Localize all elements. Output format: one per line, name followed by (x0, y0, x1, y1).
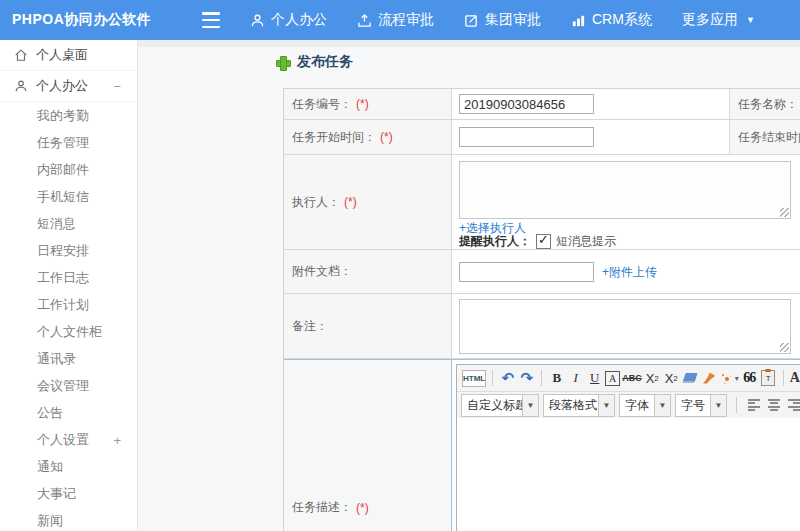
sidebar-item-新闻[interactable]: 新闻 (0, 507, 137, 531)
start-time-input[interactable] (459, 127, 594, 147)
sidebar-item-公告[interactable]: 公告 (0, 399, 137, 426)
bar-chart-icon (571, 13, 586, 28)
highlight-wand-icon[interactable]: ▾ (720, 368, 739, 388)
sms-remind-checkbox[interactable] (536, 234, 551, 249)
subscript-button[interactable]: X2 (663, 368, 680, 388)
menu-toggle-icon[interactable] (200, 12, 222, 28)
nav-item-personal-office[interactable]: 个人办公 (250, 11, 327, 29)
italic-button[interactable]: I (567, 368, 584, 388)
expand-icon[interactable]: + (113, 433, 121, 446)
sidebar-item-通讯录[interactable]: 通讯录 (0, 345, 137, 372)
editor-content-area[interactable] (457, 418, 800, 531)
superscript-button[interactable]: X2 (644, 368, 661, 388)
sidebar-item-大事记[interactable]: 大事记 (0, 480, 137, 507)
form-row-description: 任务描述： (*) HTML↶↷BIUAABCX2X2▾66TA▾ 自定义标题▼… (284, 359, 800, 531)
sidebar-item-label: 手机短信 (37, 188, 89, 206)
required-mark: (*) (380, 130, 393, 144)
required-mark: (*) (356, 97, 369, 111)
top-nav-menu: 个人办公 流程审批 集团审批 (250, 11, 755, 29)
format-brush-icon[interactable] (701, 368, 718, 388)
nav-label: 个人办公 (271, 11, 327, 29)
font-size-select[interactable]: 字号▼ (675, 394, 727, 417)
undo-button[interactable]: ↶ (499, 368, 516, 388)
sidebar-item-label: 工作日志 (37, 269, 89, 287)
executor-textarea[interactable] (459, 161, 791, 219)
highlight-wand-icon (720, 372, 732, 384)
sidebar-item-我的考勤[interactable]: 我的考勤 (0, 102, 137, 129)
eraser-icon[interactable] (682, 368, 699, 388)
sidebar-item-个人设置[interactable]: 个人设置+ (0, 426, 137, 453)
underline-button[interactable]: U (586, 368, 603, 388)
top-navigation-bar: PHPOA协同办公软件 个人办公 流程审批 (0, 0, 800, 40)
attachment-upload-link[interactable]: +附件上传 (602, 263, 657, 280)
paragraph-format-select[interactable]: 段落格式▼ (543, 394, 615, 417)
blockquote-button[interactable]: 66 (741, 368, 758, 388)
person-icon (250, 13, 265, 28)
caret-down-icon: ▾ (735, 374, 739, 383)
format-brush-icon (703, 373, 715, 384)
approval-stamp-icon (357, 13, 372, 28)
align-center-icon[interactable] (768, 399, 780, 412)
font-family-select[interactable]: 字体▼ (619, 394, 671, 417)
start-time-label: 任务开始时间： (*) (284, 120, 452, 154)
remind-executor-label: 提醒执行人： (459, 233, 531, 250)
attachment-input[interactable] (459, 262, 594, 282)
form-row-start-time: 任务开始时间： (*) 任务结束时间： (*) (284, 120, 800, 155)
sidebar-item-label: 个人桌面 (36, 46, 88, 64)
paragraph-format-select-label: 段落格式 (544, 397, 598, 414)
content-top-strip (138, 40, 800, 47)
caret-down-icon[interactable]: ▼ (654, 395, 670, 416)
nav-item-group-approval[interactable]: 集团审批 (464, 11, 541, 29)
sidebar-item-日程安排[interactable]: 日程安排 (0, 237, 137, 264)
align-right-icon[interactable] (788, 399, 800, 412)
sidebar-item-label: 日程安排 (37, 242, 89, 260)
sidebar-item-短消息[interactable]: 短消息 (0, 210, 137, 237)
sidebar-item-手机短信[interactable]: 手机短信 (0, 183, 137, 210)
redo-button[interactable]: ↷ (518, 368, 535, 388)
remark-textarea[interactable] (459, 299, 791, 354)
page-title-text: 发布任务 (297, 53, 353, 71)
bold-button[interactable]: B (548, 368, 565, 388)
toolbar-separator (541, 370, 542, 386)
font-color-button[interactable]: A▾ (790, 368, 800, 388)
remark-label: 备注： (284, 294, 452, 358)
eraser-icon (683, 373, 698, 383)
sidebar-item-label: 会议管理 (37, 377, 89, 395)
editor-toolbar-row2: 自定义标题▼段落格式▼字体▼字号▼ (457, 392, 800, 419)
custom-title-select-label: 自定义标题 (462, 397, 522, 414)
font-box-button[interactable]: A (605, 371, 620, 386)
app-window: PHPOA协同办公软件 个人办公 流程审批 (0, 0, 800, 531)
sidebar-item-个人桌面[interactable]: 个人桌面 (0, 40, 137, 71)
font-family-select-label: 字体 (620, 397, 654, 414)
task-number-input[interactable] (459, 94, 594, 114)
sidebar-item-label: 公告 (37, 404, 63, 422)
sidebar-item-工作计划[interactable]: 工作计划 (0, 291, 137, 318)
sidebar-item-label: 通讯录 (37, 350, 76, 368)
nav-item-crm-system[interactable]: CRM系统 (571, 11, 652, 29)
sidebar-item-工作日志[interactable]: 工作日志 (0, 264, 137, 291)
caret-down-icon[interactable]: ▼ (598, 395, 614, 416)
html-source-button[interactable]: HTML (462, 370, 486, 387)
sidebar-item-个人文件柜[interactable]: 个人文件柜 (0, 318, 137, 345)
end-time-label: 任务结束时间： (*) (729, 120, 800, 154)
sidebar-item-通知[interactable]: 通知 (0, 453, 137, 480)
toolbar-separator (492, 370, 493, 386)
paste-icon[interactable]: T (760, 368, 777, 388)
strikethrough-button[interactable]: ABC (622, 368, 642, 388)
sms-remind-label: 短消息提示 (556, 233, 616, 250)
editor-toolbar-row1: HTML↶↷BIUAABCX2X2▾66TA▾ (457, 365, 800, 392)
sidebar-item-label: 通知 (37, 458, 63, 476)
custom-title-select[interactable]: 自定义标题▼ (461, 394, 539, 417)
rich-text-editor: HTML↶↷BIUAABCX2X2▾66TA▾ 自定义标题▼段落格式▼字体▼字号… (456, 364, 800, 531)
sidebar-item-个人办公[interactable]: 个人办公− (0, 71, 137, 102)
caret-down-icon[interactable]: ▼ (710, 395, 726, 416)
sidebar-item-内部邮件[interactable]: 内部邮件 (0, 156, 137, 183)
align-left-icon[interactable] (748, 399, 760, 412)
sidebar-item-任务管理[interactable]: 任务管理 (0, 129, 137, 156)
nav-item-more-apps[interactable]: 更多应用 ▼ (682, 11, 755, 29)
sidebar-item-会议管理[interactable]: 会议管理 (0, 372, 137, 399)
caret-down-icon[interactable]: ▼ (522, 395, 538, 416)
page-title: 发布任务 (275, 53, 353, 71)
nav-item-workflow-approval[interactable]: 流程审批 (357, 11, 434, 29)
collapse-icon[interactable]: − (113, 80, 121, 93)
